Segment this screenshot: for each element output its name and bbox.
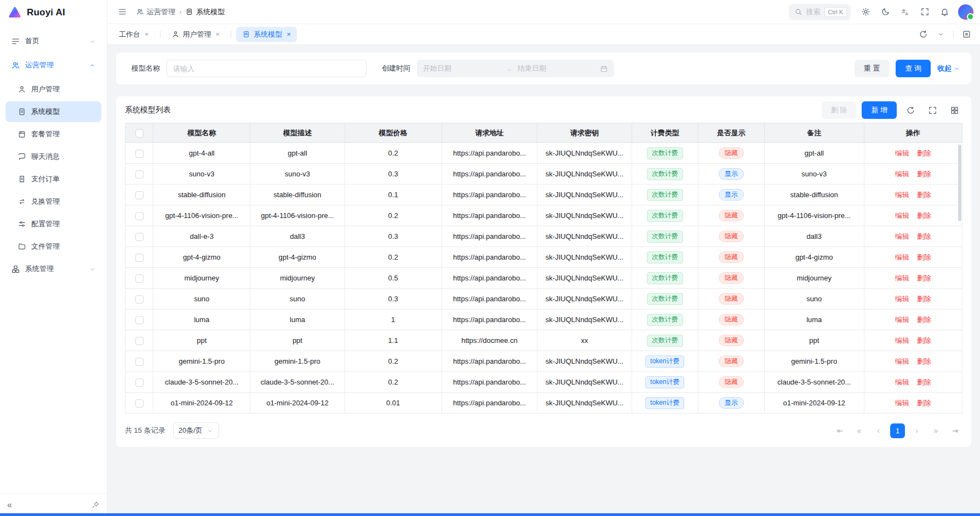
next-group-button[interactable]: »	[929, 423, 943, 438]
reset-button[interactable]: 重 置	[855, 60, 890, 77]
table-scroll-area[interactable]: 模型名称模型描述模型价格请求地址请求密钥计费类型是否显示备注操作 gpt-4-a…	[125, 123, 962, 415]
delete-link[interactable]: 删除	[917, 336, 931, 345]
delete-link[interactable]: 删除	[917, 191, 931, 199]
edit-link[interactable]: 编辑	[895, 357, 909, 365]
page-size-select[interactable]: 20条/页	[173, 422, 219, 439]
column-settings-button[interactable]	[946, 102, 962, 118]
refresh-tab-button[interactable]	[915, 26, 931, 43]
edit-link[interactable]: 编辑	[895, 336, 909, 345]
row-checkbox[interactable]	[135, 150, 144, 158]
page-1-button[interactable]: 1	[890, 423, 905, 438]
row-checkbox[interactable]	[135, 212, 144, 220]
tab-close-icon[interactable]: ×	[145, 31, 149, 38]
sidebar-item-system[interactable]: 系统管理	[5, 259, 101, 279]
tab-2[interactable]: 系统模型×	[236, 27, 297, 42]
table-scrollbar[interactable]	[957, 144, 962, 415]
edit-link[interactable]: 编辑	[895, 253, 909, 261]
edit-link[interactable]: 编辑	[895, 170, 909, 178]
next-page-button[interactable]: ›	[909, 423, 924, 438]
delete-link[interactable]: 删除	[917, 149, 931, 157]
visibility-badge: 显示	[719, 189, 744, 200]
receipt-icon	[18, 175, 26, 184]
sidebar-item-6[interactable]: 配置管理	[5, 214, 101, 234]
edit-link[interactable]: 编辑	[895, 211, 909, 220]
notifications-button[interactable]	[936, 4, 953, 20]
sidebar-item-1[interactable]: 系统模型	[5, 101, 101, 122]
edit-link[interactable]: 编辑	[895, 378, 909, 386]
delete-button[interactable]: 删 除	[822, 101, 857, 119]
delete-link[interactable]: 删除	[917, 295, 931, 303]
row-checkbox[interactable]	[135, 379, 144, 387]
settings-button[interactable]	[857, 4, 874, 20]
delete-link[interactable]: 删除	[917, 211, 931, 220]
row-checkbox[interactable]	[135, 399, 144, 408]
row-checkbox[interactable]	[135, 274, 144, 283]
delete-link[interactable]: 删除	[917, 399, 931, 407]
sidebar-item-5[interactable]: 兑换管理	[5, 191, 101, 212]
model-name-input[interactable]	[167, 60, 366, 77]
add-button[interactable]: 新 增	[862, 101, 897, 119]
prev-group-button[interactable]: «	[852, 423, 867, 438]
sidebar-item-3[interactable]: 聊天消息	[5, 146, 101, 167]
sidebar-collapse-button[interactable]: «	[7, 501, 12, 509]
breadcrumb-item-system-models[interactable]: 系统模型	[185, 7, 225, 17]
cell-request-key: sk-JIUQLNndqSeKWU...	[537, 185, 632, 205]
cell-model-desc: midjourney	[250, 268, 345, 289]
delete-link[interactable]: 删除	[917, 378, 931, 386]
dark-mode-button[interactable]	[877, 4, 893, 20]
search-input[interactable]: 搜索 Ctrl K	[789, 4, 851, 20]
row-checkbox[interactable]	[135, 295, 144, 303]
delete-link[interactable]: 删除	[917, 232, 931, 240]
row-checkbox[interactable]	[135, 233, 144, 241]
breadcrumb-item-operations[interactable]: 运营管理	[136, 7, 175, 17]
edit-link[interactable]: 编辑	[895, 274, 909, 282]
last-page-button[interactable]: ⇥	[948, 423, 962, 438]
fullscreen-button[interactable]	[916, 4, 933, 20]
tab-0[interactable]: 工作台×	[113, 27, 155, 42]
tab-menu-button[interactable]	[932, 26, 949, 43]
search-shortcut-badge: Ctrl K	[824, 7, 847, 17]
edit-link[interactable]: 编辑	[895, 399, 909, 407]
row-checkbox[interactable]	[135, 316, 144, 324]
edit-link[interactable]: 编辑	[895, 295, 909, 303]
row-checkbox[interactable]	[135, 358, 144, 366]
user-avatar[interactable]	[958, 4, 973, 20]
edit-link[interactable]: 编辑	[895, 149, 909, 157]
row-checkbox[interactable]	[135, 170, 144, 179]
delete-link[interactable]: 删除	[917, 274, 931, 282]
sidebar-item-home[interactable]: 首页	[5, 31, 101, 51]
delete-link[interactable]: 删除	[917, 253, 931, 261]
edit-link[interactable]: 编辑	[895, 191, 909, 199]
edit-link[interactable]: 编辑	[895, 316, 909, 324]
first-page-button[interactable]: ⇤	[833, 423, 847, 438]
sidebar-item-2[interactable]: 套餐管理	[5, 124, 101, 145]
select-all-checkbox[interactable]	[135, 129, 144, 137]
screen-icon	[962, 30, 971, 39]
edit-link[interactable]: 编辑	[895, 232, 909, 240]
row-checkbox[interactable]	[135, 254, 144, 262]
menu-toggle-button[interactable]	[114, 4, 130, 20]
tab-close-icon[interactable]: ×	[286, 31, 291, 38]
tab-1[interactable]: 用户管理×	[165, 27, 226, 42]
row-checkbox[interactable]	[135, 191, 144, 199]
language-button[interactable]: 文A	[897, 4, 913, 20]
sidebar-item-7[interactable]: 文件管理	[5, 236, 101, 257]
delete-link[interactable]: 删除	[917, 357, 931, 365]
sidebar-item-0[interactable]: 用户管理	[5, 79, 101, 100]
pin-icon[interactable]	[91, 501, 100, 509]
collapse-filter-link[interactable]: 收起	[937, 64, 960, 73]
delete-link[interactable]: 删除	[917, 316, 931, 324]
sidebar-item-4[interactable]: 支付订单	[5, 169, 101, 190]
scrollbar-thumb[interactable]	[958, 145, 961, 221]
brand[interactable]: Ruoyi AI	[0, 0, 107, 25]
refresh-table-button[interactable]	[902, 102, 919, 118]
row-checkbox[interactable]	[135, 337, 144, 345]
tab-close-icon[interactable]: ×	[216, 31, 220, 38]
prev-page-button[interactable]: ‹	[871, 423, 886, 438]
query-button[interactable]: 查 询	[896, 60, 931, 77]
content-fullscreen-button[interactable]	[958, 26, 975, 43]
sidebar-item-operations[interactable]: 运营管理	[5, 55, 101, 76]
delete-link[interactable]: 删除	[917, 170, 931, 178]
fullscreen-table-button[interactable]	[924, 102, 941, 118]
date-range-picker[interactable]: 开始日期 → 结束日期	[417, 60, 614, 77]
